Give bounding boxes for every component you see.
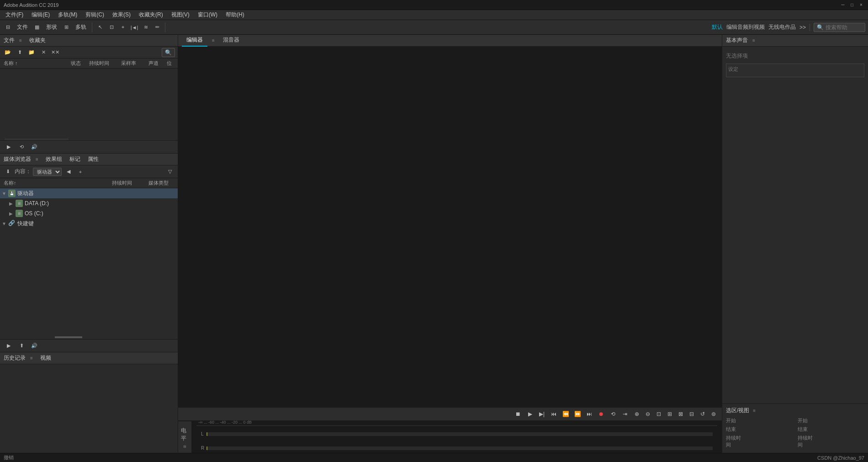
- files-new-btn[interactable]: ⬆: [15, 48, 25, 58]
- transport-rewind[interactable]: ⏮: [549, 409, 558, 419]
- menu-effects[interactable]: 效果(S): [109, 10, 134, 20]
- menu-view[interactable]: 视图(V): [168, 10, 193, 20]
- menu-window[interactable]: 窗口(W): [194, 10, 221, 20]
- waveform-label[interactable]: 文件: [14, 22, 31, 32]
- tool-time[interactable]: |◄|: [129, 22, 139, 32]
- menu-favorites[interactable]: 收藏夹(R): [135, 10, 167, 20]
- waveform-view-btn[interactable]: ⊟: [3, 22, 13, 32]
- media-filter-btn[interactable]: ▽: [165, 167, 175, 177]
- mixer-tab[interactable]: 混音器: [218, 34, 244, 47]
- files-folder-btn[interactable]: 📁: [26, 48, 37, 58]
- minimize-button[interactable]: ─: [840, 2, 846, 8]
- spectral-view-btn[interactable]: ▦: [32, 22, 42, 32]
- transport-zoom-out[interactable]: ⊖: [643, 409, 652, 419]
- transport-play-cursor[interactable]: ▶|: [537, 409, 546, 419]
- media-scrollbar-h[interactable]: [55, 336, 82, 338]
- files-scrollbar[interactable]: [5, 138, 69, 140]
- search-icon: 🔍: [817, 24, 824, 31]
- transport-zoom-track2[interactable]: ⊟: [687, 409, 696, 419]
- tool-pencil[interactable]: ✏: [152, 22, 162, 32]
- level-fill-l: [206, 432, 207, 436]
- maximize-button[interactable]: □: [849, 2, 855, 8]
- editor-menu-icon[interactable]: ≡: [212, 38, 215, 43]
- tool-move[interactable]: ↖: [95, 22, 105, 32]
- effects-tab[interactable]: 效果组: [46, 155, 62, 163]
- tree-item-shortcuts[interactable]: ▼ 🔗 快建键: [0, 218, 178, 228]
- search-input[interactable]: [826, 24, 862, 31]
- media-play-btn[interactable]: ▶: [4, 341, 14, 351]
- level-bar-r: R: [196, 442, 717, 454]
- media-add-location-btn[interactable]: ⬇: [3, 167, 13, 177]
- transport-fast-forward[interactable]: ⏩: [573, 409, 582, 419]
- transport-zoom-reset[interactable]: ↺: [698, 409, 707, 419]
- marks-tab[interactable]: 标记: [69, 155, 80, 163]
- history-menu-icon[interactable]: ≡: [30, 356, 33, 361]
- close-button[interactable]: ×: [858, 2, 864, 8]
- transport-fast-rewind[interactable]: ⏪: [561, 409, 570, 419]
- transport-loop[interactable]: ⟲: [609, 409, 618, 419]
- transport-zoom-all[interactable]: ⊞: [665, 409, 674, 419]
- files-import-btn[interactable]: 📂: [3, 48, 13, 58]
- level-bars: -∞ ... -60 ... -40 ... -20 ... 0 dB L R: [192, 421, 722, 453]
- drive-icon-1: 🖥: [16, 200, 23, 207]
- tool-fade[interactable]: ≋: [141, 22, 151, 32]
- media-nav-back[interactable]: ◀: [64, 167, 74, 177]
- media-content-select[interactable]: 驱动器: [33, 168, 62, 176]
- transport-zoom-full[interactable]: ⊚: [709, 409, 718, 419]
- transport-play[interactable]: ▶: [525, 409, 535, 419]
- files-loop-btn[interactable]: ⟲: [16, 142, 26, 152]
- tree-item-os-c[interactable]: ▶ 🖥 OS (C:): [0, 208, 178, 218]
- tree-item-expand-2[interactable]: ▶: [9, 211, 16, 216]
- sel-end-label: 结束: [726, 426, 744, 433]
- tree-root-expand[interactable]: ▼: [2, 191, 8, 196]
- transport-skip[interactable]: ⇥: [620, 409, 630, 419]
- media-nav-add[interactable]: +: [75, 167, 85, 177]
- transport-stop[interactable]: ⏹: [513, 409, 523, 419]
- media-menu-icon[interactable]: ≡: [36, 157, 38, 162]
- transport-fast-forward-end[interactable]: ⏭: [585, 409, 594, 419]
- menu-multitrack[interactable]: 多轨(M): [54, 10, 81, 20]
- properties-tab[interactable]: 属性: [88, 155, 99, 163]
- media-insert-btn[interactable]: ⬆: [16, 341, 26, 351]
- col-name-header: 名称 ↑: [2, 60, 71, 67]
- toolbar-right: 默认 编辑音频到视频 无线电作品 >> 🔍: [712, 23, 865, 32]
- files-close-btn[interactable]: ✕: [38, 48, 48, 58]
- editor-header: 编辑器 ≡ 混音器: [178, 35, 722, 47]
- files-panel-menu-icon[interactable]: ≡: [19, 38, 22, 43]
- workspace-radio[interactable]: 无线电作品: [768, 23, 796, 31]
- tree-root-item[interactable]: ▼ 💾 驱动器: [0, 188, 178, 198]
- editor-tab[interactable]: 编辑器: [182, 34, 207, 47]
- transport-zoom-track[interactable]: ⊠: [676, 409, 685, 419]
- media-volume-btn[interactable]: 🔊: [29, 341, 39, 351]
- tree-item-expand-1[interactable]: ▶: [9, 201, 16, 206]
- multitrack-view-btn[interactable]: ⊞: [61, 22, 71, 32]
- workspace-more[interactable]: >>: [799, 24, 806, 31]
- files-auto-play-btn[interactable]: 🔊: [29, 142, 39, 152]
- menu-edit[interactable]: 编辑(E): [28, 10, 53, 20]
- spectral-label[interactable]: 形状: [43, 22, 60, 32]
- files-panel-header: 文件 ≡ 收藏夹: [0, 35, 178, 47]
- menu-clip[interactable]: 剪辑(C): [82, 10, 108, 20]
- transport-zoom-sel[interactable]: ⊡: [654, 409, 663, 419]
- transport-zoom-in[interactable]: ⊕: [632, 409, 641, 419]
- video-tab[interactable]: 视频: [40, 354, 51, 362]
- level-menu-icon[interactable]: ≡: [182, 445, 188, 448]
- tool-lasso[interactable]: ⌖: [118, 22, 128, 32]
- menu-help[interactable]: 帮助(H): [222, 10, 248, 20]
- tree-shortcuts-expand[interactable]: ▼: [2, 221, 8, 226]
- files-play-btn[interactable]: ▶: [4, 142, 14, 152]
- sel-zoom-menu-icon[interactable]: ≡: [753, 408, 756, 413]
- tree-col-name: 名称↑: [2, 180, 112, 186]
- menu-file[interactable]: 文件(F): [2, 10, 27, 20]
- title-bar: Adobe Audition CC 2019 ─ □ ×: [0, 0, 868, 10]
- workspace-video-edit[interactable]: 编辑音频到视频: [726, 23, 765, 31]
- files-closeall-btn[interactable]: ✕✕: [50, 48, 60, 58]
- transport-record[interactable]: ⏺: [597, 409, 606, 419]
- tool-select[interactable]: ⊡: [106, 22, 116, 32]
- basic-sound-menu-icon[interactable]: ≡: [752, 38, 755, 43]
- tree-item-data-d[interactable]: ▶ 🖥 DATA (D:): [0, 198, 178, 208]
- multitrack-label[interactable]: 多轨: [73, 22, 89, 32]
- level-title: 电平: [179, 426, 191, 443]
- workspace-default[interactable]: 默认: [712, 23, 723, 31]
- favorites-tab[interactable]: 收藏夹: [29, 37, 46, 44]
